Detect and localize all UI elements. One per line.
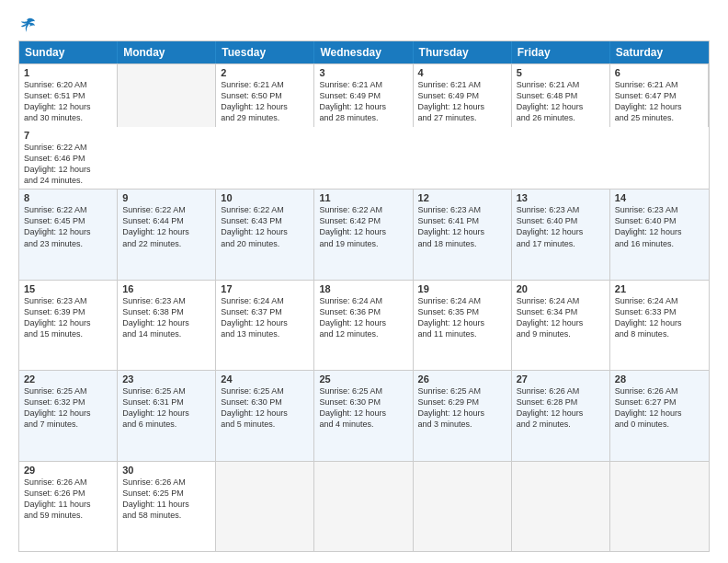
cell-text: Sunrise: 6:22 AMSunset: 6:46 PMDaylight:… bbox=[24, 143, 91, 185]
calendar-row-0: 1Sunrise: 6:20 AMSunset: 6:51 PMDaylight… bbox=[19, 63, 709, 189]
cell-text: Sunrise: 6:22 AMSunset: 6:44 PMDaylight:… bbox=[122, 205, 189, 247]
calendar-cell-20: 20Sunrise: 6:24 AMSunset: 6:34 PMDayligh… bbox=[512, 281, 610, 370]
cell-text: Sunrise: 6:22 AMSunset: 6:42 PMDaylight:… bbox=[319, 205, 386, 247]
cell-text: Sunrise: 6:21 AMSunset: 6:50 PMDaylight:… bbox=[221, 80, 288, 122]
day-number: 3 bbox=[319, 67, 407, 78]
calendar-cell-12: 12Sunrise: 6:23 AMSunset: 6:41 PMDayligh… bbox=[414, 190, 512, 279]
header-day-monday: Monday bbox=[118, 41, 216, 63]
calendar-cell-21: 21Sunrise: 6:24 AMSunset: 6:33 PMDayligh… bbox=[610, 281, 709, 370]
header-day-friday: Friday bbox=[512, 41, 610, 63]
cell-text: Sunrise: 6:24 AMSunset: 6:35 PMDaylight:… bbox=[418, 296, 485, 339]
day-number: 17 bbox=[221, 283, 309, 294]
calendar-cell-11: 11Sunrise: 6:22 AMSunset: 6:42 PMDayligh… bbox=[314, 190, 413, 279]
logo bbox=[18, 17, 36, 33]
cell-text: Sunrise: 6:22 AMSunset: 6:45 PMDaylight:… bbox=[24, 205, 91, 247]
cell-text: Sunrise: 6:23 AMSunset: 6:39 PMDaylight:… bbox=[24, 296, 91, 339]
day-number: 4 bbox=[418, 67, 506, 78]
cell-text: Sunrise: 6:20 AMSunset: 6:51 PMDaylight:… bbox=[24, 80, 91, 122]
logo-bird-icon bbox=[19, 17, 36, 33]
calendar-body: 1Sunrise: 6:20 AMSunset: 6:51 PMDaylight… bbox=[19, 63, 709, 551]
calendar-cell-15: 15Sunrise: 6:23 AMSunset: 6:39 PMDayligh… bbox=[19, 281, 118, 370]
header-day-sunday: Sunday bbox=[19, 41, 118, 63]
calendar-row-3: 22Sunrise: 6:25 AMSunset: 6:32 PMDayligh… bbox=[19, 370, 709, 460]
calendar-cell-27: 27Sunrise: 6:26 AMSunset: 6:28 PMDayligh… bbox=[512, 371, 610, 460]
day-number: 9 bbox=[122, 192, 210, 203]
calendar-row-2: 15Sunrise: 6:23 AMSunset: 6:39 PMDayligh… bbox=[19, 280, 709, 370]
cell-text: Sunrise: 6:25 AMSunset: 6:32 PMDaylight:… bbox=[24, 386, 91, 429]
cell-text: Sunrise: 6:23 AMSunset: 6:41 PMDaylight:… bbox=[418, 205, 485, 247]
cell-text: Sunrise: 6:22 AMSunset: 6:43 PMDaylight:… bbox=[221, 205, 288, 247]
day-number: 25 bbox=[319, 373, 407, 385]
calendar-cell-empty-0 bbox=[118, 64, 216, 127]
day-number: 5 bbox=[517, 67, 605, 78]
calendar-cell-empty-w4-4 bbox=[414, 462, 512, 551]
calendar-cell-19: 19Sunrise: 6:24 AMSunset: 6:35 PMDayligh… bbox=[414, 281, 512, 370]
day-number: 6 bbox=[615, 67, 703, 78]
calendar-cell-empty-w4-2 bbox=[216, 462, 314, 551]
cell-text: Sunrise: 6:25 AMSunset: 6:31 PMDaylight:… bbox=[122, 386, 189, 429]
cell-text: Sunrise: 6:23 AMSunset: 6:40 PMDaylight:… bbox=[517, 205, 584, 247]
header-day-thursday: Thursday bbox=[414, 41, 512, 63]
cell-text: Sunrise: 6:24 AMSunset: 6:37 PMDaylight:… bbox=[221, 296, 288, 339]
calendar-cell-22: 22Sunrise: 6:25 AMSunset: 6:32 PMDayligh… bbox=[19, 371, 118, 460]
calendar-cell-empty-w4-5 bbox=[512, 462, 610, 551]
cell-text: Sunrise: 6:21 AMSunset: 6:49 PMDaylight:… bbox=[418, 80, 485, 122]
day-number: 20 bbox=[517, 283, 605, 294]
cell-text: Sunrise: 6:24 AMSunset: 6:36 PMDaylight:… bbox=[319, 296, 386, 339]
calendar-cell-16: 16Sunrise: 6:23 AMSunset: 6:38 PMDayligh… bbox=[118, 281, 216, 370]
day-number: 11 bbox=[319, 192, 407, 203]
calendar-cell-2: 2Sunrise: 6:21 AMSunset: 6:50 PMDaylight… bbox=[216, 64, 314, 127]
calendar-row-4: 29Sunrise: 6:26 AMSunset: 6:26 PMDayligh… bbox=[19, 461, 709, 551]
day-number: 1 bbox=[24, 67, 112, 78]
day-number: 7 bbox=[24, 130, 113, 141]
cell-text: Sunrise: 6:21 AMSunset: 6:47 PMDaylight:… bbox=[615, 80, 682, 122]
day-number: 26 bbox=[418, 373, 506, 385]
cell-text: Sunrise: 6:25 AMSunset: 6:30 PMDaylight:… bbox=[319, 386, 386, 429]
calendar-cell-26: 26Sunrise: 6:25 AMSunset: 6:29 PMDayligh… bbox=[414, 371, 512, 460]
day-number: 8 bbox=[24, 192, 112, 203]
day-number: 30 bbox=[122, 465, 210, 476]
calendar-cell-3: 3Sunrise: 6:21 AMSunset: 6:49 PMDaylight… bbox=[314, 64, 413, 127]
calendar-row-1: 8Sunrise: 6:22 AMSunset: 6:45 PMDaylight… bbox=[19, 189, 709, 279]
cell-text: Sunrise: 6:23 AMSunset: 6:38 PMDaylight:… bbox=[122, 296, 189, 339]
day-number: 28 bbox=[615, 373, 704, 385]
calendar-cell-10: 10Sunrise: 6:22 AMSunset: 6:43 PMDayligh… bbox=[216, 190, 314, 279]
calendar-cell-5: 5Sunrise: 6:21 AMSunset: 6:48 PMDaylight… bbox=[512, 64, 610, 127]
calendar-cell-13: 13Sunrise: 6:23 AMSunset: 6:40 PMDayligh… bbox=[512, 190, 610, 279]
day-number: 21 bbox=[615, 283, 704, 294]
calendar: SundayMondayTuesdayWednesdayThursdayFrid… bbox=[18, 40, 710, 552]
cell-text: Sunrise: 6:23 AMSunset: 6:40 PMDaylight:… bbox=[615, 205, 682, 247]
calendar-cell-1: 1Sunrise: 6:20 AMSunset: 6:51 PMDaylight… bbox=[19, 64, 118, 127]
cell-text: Sunrise: 6:26 AMSunset: 6:28 PMDaylight:… bbox=[517, 386, 584, 429]
header-day-saturday: Saturday bbox=[610, 41, 709, 63]
cell-text: Sunrise: 6:21 AMSunset: 6:49 PMDaylight:… bbox=[319, 80, 386, 122]
cell-text: Sunrise: 6:25 AMSunset: 6:30 PMDaylight:… bbox=[221, 386, 288, 429]
cell-text: Sunrise: 6:26 AMSunset: 6:26 PMDaylight:… bbox=[24, 477, 91, 520]
header-day-tuesday: Tuesday bbox=[216, 41, 314, 63]
day-number: 27 bbox=[517, 373, 605, 385]
calendar-cell-18: 18Sunrise: 6:24 AMSunset: 6:36 PMDayligh… bbox=[314, 281, 413, 370]
calendar-cell-4: 4Sunrise: 6:21 AMSunset: 6:49 PMDaylight… bbox=[414, 64, 512, 127]
day-number: 13 bbox=[517, 192, 605, 203]
cell-text: Sunrise: 6:26 AMSunset: 6:25 PMDaylight:… bbox=[122, 477, 189, 520]
cell-text: Sunrise: 6:24 AMSunset: 6:33 PMDaylight:… bbox=[615, 296, 682, 339]
calendar-cell-17: 17Sunrise: 6:24 AMSunset: 6:37 PMDayligh… bbox=[216, 281, 314, 370]
page-header bbox=[18, 17, 710, 33]
day-number: 18 bbox=[319, 283, 407, 294]
calendar-cell-30: 30Sunrise: 6:26 AMSunset: 6:25 PMDayligh… bbox=[118, 462, 216, 551]
day-number: 16 bbox=[122, 283, 210, 294]
header-day-wednesday: Wednesday bbox=[314, 41, 413, 63]
calendar-cell-28: 28Sunrise: 6:26 AMSunset: 6:27 PMDayligh… bbox=[610, 371, 709, 460]
cell-text: Sunrise: 6:26 AMSunset: 6:27 PMDaylight:… bbox=[615, 386, 682, 429]
calendar-cell-6: 6Sunrise: 6:21 AMSunset: 6:47 PMDaylight… bbox=[610, 64, 709, 127]
calendar-cell-empty-w4-3 bbox=[314, 462, 413, 551]
calendar-page: SundayMondayTuesdayWednesdayThursdayFrid… bbox=[0, 0, 728, 563]
day-number: 15 bbox=[24, 283, 112, 294]
calendar-cell-9: 9Sunrise: 6:22 AMSunset: 6:44 PMDaylight… bbox=[118, 190, 216, 279]
cell-text: Sunrise: 6:25 AMSunset: 6:29 PMDaylight:… bbox=[418, 386, 485, 429]
day-number: 24 bbox=[221, 373, 309, 385]
calendar-header: SundayMondayTuesdayWednesdayThursdayFrid… bbox=[19, 41, 709, 63]
day-number: 14 bbox=[615, 192, 704, 203]
day-number: 2 bbox=[221, 67, 309, 78]
calendar-cell-23: 23Sunrise: 6:25 AMSunset: 6:31 PMDayligh… bbox=[118, 371, 216, 460]
